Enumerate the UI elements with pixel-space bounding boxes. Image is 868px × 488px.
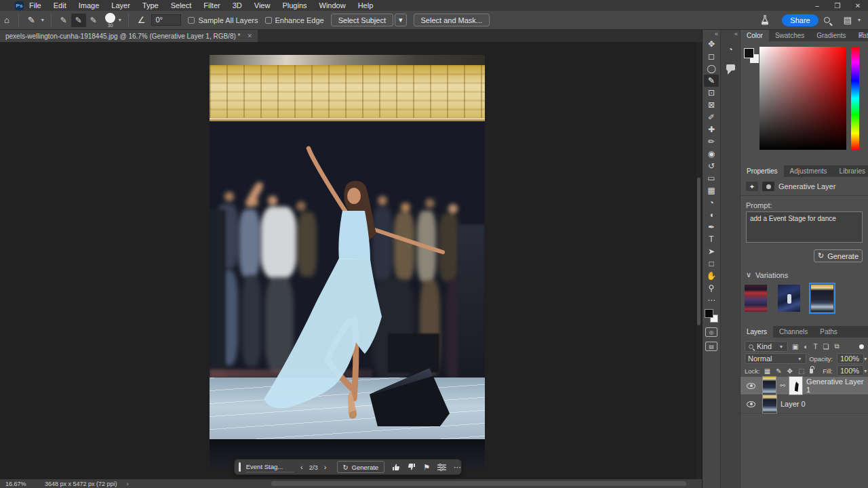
- filter-smart-objects-icon[interactable]: ⧉: [833, 342, 841, 350]
- color-picker-field[interactable]: [760, 47, 846, 150]
- panel-tab[interactable]: Paths: [814, 326, 844, 338]
- tool-button[interactable]: ↺: [704, 160, 719, 172]
- canvas-pasteboard[interactable]: [0, 42, 702, 479]
- panel-tab[interactable]: Color: [741, 30, 769, 41]
- menu-item[interactable]: 3D: [233, 1, 242, 9]
- vertical-scrollbar[interactable]: [696, 42, 701, 479]
- menu-item[interactable]: File: [29, 1, 41, 9]
- tool-button[interactable]: ◯: [704, 62, 719, 75]
- blend-mode-dropdown[interactable]: Normal ▾: [745, 353, 806, 364]
- tool-button[interactable]: ✎: [704, 75, 719, 87]
- opacity-dropdown[interactable]: 100% ▾: [837, 353, 864, 364]
- brush-size-preview[interactable]: 30: [105, 13, 115, 23]
- workspace-switcher-icon[interactable]: ▤: [840, 15, 856, 25]
- status-expand-icon[interactable]: ›: [117, 481, 129, 487]
- filter-toggle[interactable]: [859, 344, 864, 349]
- tool-button[interactable]: ▦: [704, 184, 719, 197]
- collapse-panel-icon[interactable]: «: [715, 30, 720, 38]
- previous-variation-icon[interactable]: ‹: [294, 463, 309, 471]
- layer-thumbnail[interactable]: [762, 394, 777, 413]
- taskbar-drag-handle[interactable]: [239, 462, 241, 472]
- taskbar-generate-button[interactable]: ↻ Generate: [337, 461, 385, 473]
- tool-button[interactable]: ⊠: [704, 99, 719, 111]
- history-panel-icon[interactable]: ◔: [724, 43, 737, 56]
- variation-thumbnail-3-selected[interactable]: [811, 285, 833, 312]
- lock-all-icon[interactable]: [810, 369, 813, 373]
- tool-button[interactable]: ✥: [704, 38, 719, 50]
- prompt-input[interactable]: add a Event Stage for dance: [746, 211, 863, 243]
- new-selection-mode-icon[interactable]: ✎: [56, 14, 71, 27]
- enhance-edge-checkbox[interactable]: [265, 17, 272, 24]
- tool-button[interactable]: ⚲: [704, 282, 719, 294]
- tool-button[interactable]: □: [704, 258, 719, 270]
- layer-thumbnail[interactable]: [762, 376, 776, 395]
- subtract-selection-mode-icon[interactable]: ✎: [86, 14, 101, 27]
- filter-pixel-layers-icon[interactable]: ▣: [791, 343, 800, 350]
- menu-item[interactable]: Filter: [203, 1, 220, 9]
- beaker-icon[interactable]: [760, 15, 770, 25]
- share-button[interactable]: Share: [782, 14, 818, 26]
- close-tab-icon[interactable]: ✕: [247, 33, 252, 39]
- panel-tab[interactable]: Channels: [773, 326, 814, 338]
- brush-angle-field[interactable]: 0°: [151, 14, 181, 26]
- select-subject-button[interactable]: Select Subject: [331, 14, 393, 26]
- panel-tab[interactable]: Libraries: [833, 165, 868, 177]
- taskbar-prompt-field[interactable]: Event Stag...: [246, 462, 294, 472]
- fill-dropdown[interactable]: 100% ▾: [837, 365, 864, 376]
- menu-item[interactable]: Layer: [111, 1, 130, 9]
- quick-mask-icon[interactable]: ◎: [705, 327, 717, 337]
- menu-item[interactable]: Plugins: [282, 1, 307, 9]
- edit-toolbar-icon[interactable]: ⋯: [704, 294, 719, 306]
- foreground-background-swatches[interactable]: [705, 309, 718, 323]
- layer-name[interactable]: Generative Layer 1: [806, 378, 868, 394]
- menu-item[interactable]: View: [254, 1, 271, 9]
- tool-button[interactable]: ✐: [704, 111, 719, 123]
- document-tab[interactable]: pexels-wellington-cunha-1918445.jpg @ 16…: [0, 30, 258, 42]
- chevron-down-icon[interactable]: ▾: [856, 17, 863, 23]
- sample-all-layers-checkbox[interactable]: [188, 17, 195, 24]
- layer-visibility-eye-icon[interactable]: [747, 401, 755, 407]
- layer-row-background[interactable]: Layer 0: [741, 395, 868, 413]
- filter-adjustment-layers-icon[interactable]: ◐: [802, 343, 809, 350]
- home-icon[interactable]: ⌂: [0, 15, 14, 25]
- more-options-icon[interactable]: ⋯: [454, 463, 461, 472]
- panel-tab[interactable]: Swatches: [769, 30, 810, 41]
- menu-item[interactable]: Select: [171, 1, 192, 9]
- variation-thumbnail-1[interactable]: [745, 285, 767, 312]
- layer-visibility-eye-icon[interactable]: [747, 383, 755, 389]
- layer-filter-dropdown[interactable]: Kind ▾: [745, 341, 788, 352]
- panel-tab[interactable]: Adjustments: [784, 165, 833, 177]
- lock-position-icon[interactable]: ✥: [786, 367, 794, 375]
- layer-row-generative[interactable]: ⚯ Generative Layer 1: [741, 377, 868, 395]
- menu-item[interactable]: Type: [142, 1, 159, 9]
- tool-button[interactable]: ◔: [704, 197, 719, 209]
- panel-tab[interactable]: Layers: [741, 326, 773, 338]
- comments-panel-icon[interactable]: [724, 61, 737, 73]
- chevron-down-icon[interactable]: ▾: [117, 17, 123, 23]
- menu-item[interactable]: Image: [79, 1, 100, 9]
- horizontal-scrollbar[interactable]: [271, 481, 686, 486]
- panel-tab[interactable]: Gradients: [810, 30, 852, 41]
- tool-button[interactable]: ✚: [704, 123, 719, 136]
- menu-item[interactable]: Edit: [54, 1, 66, 9]
- brush-preset-icon[interactable]: ✎: [24, 15, 39, 25]
- tool-button[interactable]: T: [704, 233, 719, 245]
- panel-menu-icon[interactable]: ☰: [854, 30, 868, 41]
- add-selection-mode-icon[interactable]: ✎: [71, 14, 86, 27]
- tool-button[interactable]: ➤: [704, 245, 719, 258]
- maximize-icon[interactable]: ❐: [827, 2, 848, 9]
- foreground-color-swatch[interactable]: [705, 309, 713, 318]
- variation-thumbnail-2[interactable]: [778, 285, 800, 312]
- chevron-down-icon[interactable]: ∨: [746, 270, 751, 279]
- menu-item[interactable]: Window: [319, 1, 346, 9]
- layer-name[interactable]: Layer 0: [781, 400, 806, 408]
- search-icon[interactable]: [824, 17, 830, 23]
- filter-type-layers-icon[interactable]: T: [812, 343, 819, 350]
- lock-image-pixels-icon[interactable]: ✎: [774, 367, 783, 375]
- screen-mode-icon[interactable]: ▤: [705, 342, 717, 351]
- tool-button[interactable]: ✋: [704, 270, 719, 282]
- lock-transparent-pixels-icon[interactable]: ▦: [763, 367, 772, 375]
- tool-button[interactable]: ✏: [704, 136, 719, 148]
- filter-shape-layers-icon[interactable]: ❏: [822, 343, 831, 350]
- select-and-mask-button[interactable]: Select and Mask...: [414, 14, 490, 26]
